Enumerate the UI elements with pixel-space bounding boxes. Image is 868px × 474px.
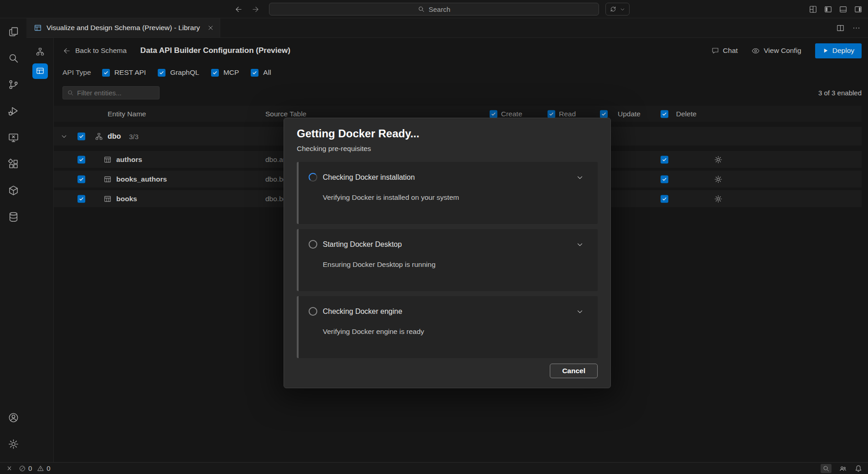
tab-bar: Visualize and Design Schema (Preview) - … [26, 18, 868, 38]
tab-close-button[interactable] [207, 24, 214, 31]
chevron-down-icon[interactable] [576, 307, 584, 316]
dialog-title: Getting Docker Ready... [297, 127, 598, 140]
chevron-down-icon [620, 6, 625, 12]
table-config-icon [36, 67, 45, 76]
docker-step-card: Checking Docker engine Verifying Docker … [297, 296, 598, 358]
search-placeholder: Search [429, 5, 450, 13]
activity-extensions-button[interactable] [2, 153, 24, 175]
api-builder-button[interactable] [32, 63, 48, 79]
nav-back-button[interactable] [234, 5, 243, 14]
activity-remote-explorer-button[interactable] [2, 126, 24, 148]
activity-run-debug-button[interactable] [2, 100, 24, 122]
customize-layout-button[interactable] [809, 5, 817, 14]
toggle-panel-right-button[interactable] [854, 5, 863, 14]
split-editor-button[interactable] [836, 24, 845, 32]
more-actions-button[interactable] [852, 24, 861, 32]
activity-bar [0, 18, 26, 462]
step-header: Checking Docker engine [309, 307, 584, 316]
editor-actions [836, 18, 868, 37]
step-header: Checking Docker installation [309, 173, 584, 182]
sync-action-button[interactable] [605, 3, 630, 16]
docker-ready-dialog: Getting Docker Ready... Checking pre-req… [284, 118, 611, 388]
activity-database-button[interactable] [2, 206, 24, 228]
history-nav [234, 0, 260, 18]
nav-forward-button[interactable] [251, 5, 260, 14]
tab-title: Visualize and Design Schema (Preview) - … [46, 24, 202, 32]
docker-step-card: Checking Docker installation Verifying D… [297, 162, 598, 224]
step-description: Verifying Docker is installed on your sy… [323, 193, 584, 202]
step-label: Checking Docker installation [323, 173, 570, 182]
toggle-panel-left-button[interactable] [824, 5, 832, 14]
cancel-button[interactable]: Cancel [550, 364, 598, 378]
command-center-search[interactable]: Search [269, 3, 599, 16]
tool-strip [26, 38, 53, 462]
source-control-icon [8, 79, 19, 90]
search-icon [8, 52, 19, 64]
status-bar: 0 0 [0, 462, 868, 474]
extensions-icon [8, 158, 19, 170]
titlebar: Search [0, 0, 868, 18]
pending-circle-icon [309, 240, 317, 249]
activity-source-control-button[interactable] [2, 73, 24, 95]
zoom-button[interactable] [821, 464, 832, 473]
step-label: Starting Docker Desktop [323, 240, 570, 249]
status-right [821, 464, 863, 473]
spinner-icon [309, 173, 317, 182]
activity-package-button[interactable] [2, 179, 24, 201]
search-icon [418, 5, 425, 13]
package-icon [8, 185, 19, 196]
pending-circle-icon [309, 307, 317, 316]
settings-button[interactable] [2, 433, 24, 455]
warning-count: 0 [46, 464, 50, 472]
run-debug-icon [8, 105, 19, 117]
layout-controls [809, 0, 863, 18]
schema-tab-icon [34, 24, 42, 32]
error-count: 0 [28, 464, 32, 472]
schema-designer-button[interactable] [32, 44, 48, 59]
hierarchy-icon [36, 47, 45, 56]
settings-gear-icon [8, 438, 19, 450]
remote-monitor-icon [8, 132, 19, 143]
activity-explorer-button[interactable] [2, 21, 24, 42]
activity-search-button[interactable] [2, 47, 24, 69]
chevron-down-icon[interactable] [576, 240, 584, 249]
warning-icon [37, 465, 44, 472]
step-description: Verifying Docker engine is ready [323, 328, 584, 336]
status-left: 0 0 [5, 464, 53, 472]
remote-icon[interactable] [5, 464, 13, 472]
problems-button[interactable]: 0 0 [19, 464, 53, 472]
editor-tab[interactable]: Visualize and Design Schema (Preview) - … [26, 18, 220, 37]
account-icon [8, 412, 19, 423]
people-button[interactable] [839, 464, 847, 473]
account-button[interactable] [2, 406, 24, 428]
chevron-down-icon[interactable] [576, 173, 584, 182]
docker-step-card: Starting Docker Desktop Ensuring Docker … [297, 229, 598, 291]
database-icon [8, 211, 19, 223]
step-description: Ensuring Docker Desktop is running [323, 260, 584, 269]
step-header: Starting Docker Desktop [309, 240, 584, 249]
error-icon [19, 465, 26, 472]
vscode-window: Search Visualize and Design Schema (Prev… [0, 0, 868, 474]
explorer-icon [8, 26, 19, 37]
toggle-panel-bottom-button[interactable] [839, 5, 847, 14]
step-label: Checking Docker engine [323, 307, 570, 316]
dialog-subtitle: Checking pre-requisites [297, 145, 598, 153]
dialog-footer: Cancel [297, 364, 598, 378]
sync-icon [610, 5, 617, 13]
notifications-bell-button[interactable] [854, 464, 863, 473]
